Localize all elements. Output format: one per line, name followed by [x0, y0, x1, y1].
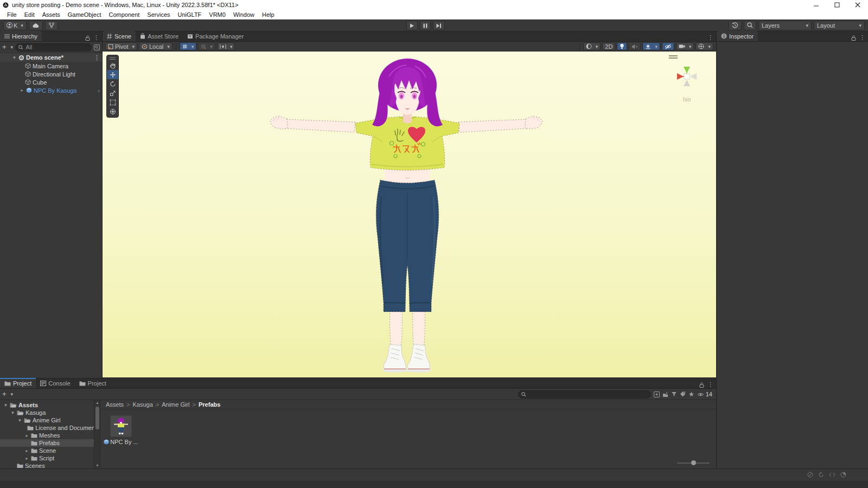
grid-snap-toggle[interactable]: ▾ [180, 42, 197, 50]
scroll-down-icon[interactable]: ▼ [95, 464, 99, 467]
expander-closed-icon[interactable]: ▸ [24, 456, 29, 461]
effects-dropdown[interactable]: ▾ [642, 42, 660, 50]
favorites-star-icon[interactable] [688, 391, 694, 397]
project-folder-anime-girl[interactable]: ▼Anime Girl [0, 416, 100, 424]
lock-icon[interactable] [85, 35, 90, 41]
play-button[interactable] [406, 21, 418, 30]
project-folder-kasuga[interactable]: ▼Kasuga [0, 409, 100, 416]
scrollbar-thumb[interactable] [95, 407, 99, 429]
project-search-field[interactable] [518, 390, 651, 399]
maximize-button[interactable] [827, 0, 847, 10]
version-control-button[interactable] [45, 21, 58, 30]
gizmos-dropdown[interactable]: ▾ [695, 42, 713, 50]
hierarchy-item-main-camera[interactable]: Main Camera [0, 62, 102, 70]
search-by-label-icon[interactable] [680, 391, 686, 397]
rotate-tool-button[interactable] [107, 79, 118, 88]
project-search-input[interactable] [528, 391, 648, 397]
camera-settings-dropdown[interactable]: ▾ [676, 42, 694, 50]
prefab-open-chevron-icon[interactable]: › [98, 87, 100, 94]
search-by-type-icon[interactable] [671, 391, 677, 397]
projection-label[interactable]: Iso [669, 96, 704, 102]
npc-character-model[interactable] [265, 56, 547, 377]
tab-scene-asset-store-1[interactable]: Asset Store [136, 31, 183, 41]
lighting-toggle[interactable] [617, 42, 627, 50]
kebab-menu-icon[interactable]: ⋮ [707, 381, 713, 388]
menu-unigltf[interactable]: UniGLTF [174, 10, 206, 19]
hidden-count-indicator[interactable]: 14 [697, 391, 712, 397]
tool-handle-rotation-dropdown[interactable]: Local ▾ [139, 42, 173, 50]
menu-assets[interactable]: Assets [39, 10, 64, 19]
breadcrumb-anime-girl[interactable]: Anime Girl [162, 401, 189, 408]
pause-button[interactable] [420, 21, 431, 30]
breadcrumb-kasuga[interactable]: Kasuga [132, 401, 152, 408]
breadcrumb-assets[interactable]: Assets [106, 401, 124, 408]
kebab-menu-icon[interactable]: ⋮ [859, 34, 865, 41]
expander-closed-icon[interactable]: ▸ [24, 448, 29, 453]
hierarchy-item-npc-by-kasuga[interactable]: ▸NPC By Kasuga› [0, 86, 102, 94]
hierarchy-search-input[interactable] [25, 44, 88, 50]
project-folder-script[interactable]: ▸Script [0, 454, 100, 462]
move-tool-button[interactable] [107, 70, 118, 79]
kebab-menu-icon[interactable]: ⋮ [93, 34, 99, 41]
scene-orientation-gizmo[interactable]: Iso [669, 59, 704, 104]
tab-project-project-2[interactable]: Project [75, 378, 111, 388]
hierarchy-search-field[interactable] [15, 43, 92, 52]
tree-scrollbar[interactable]: ▲ ▼ [94, 400, 100, 468]
chevron-down-icon[interactable]: ▾ [11, 391, 14, 397]
project-folder-meshes[interactable]: ▸Meshes [0, 432, 100, 439]
kebab-menu-icon[interactable]: ⋮ [94, 54, 100, 61]
rect-tool-button[interactable] [107, 98, 118, 107]
menu-edit[interactable]: Edit [21, 10, 39, 19]
create-asset-button[interactable]: + [2, 391, 7, 397]
menu-file[interactable]: File [3, 10, 21, 19]
tab-hierarchy[interactable]: Hierarchy [0, 31, 42, 41]
project-folder-scene[interactable]: ▸Scene [0, 447, 100, 454]
search-button[interactable] [744, 21, 756, 30]
scroll-up-icon[interactable]: ▲ [95, 401, 99, 404]
step-button[interactable] [433, 21, 445, 30]
expander-closed-icon[interactable]: ▸ [20, 88, 24, 93]
lock-icon[interactable] [699, 382, 704, 388]
project-folder-prefabs[interactable]: Prefabs [0, 439, 100, 447]
status-progress-icon[interactable] [840, 472, 846, 478]
status-code-icon[interactable] [829, 472, 835, 478]
chevron-down-icon[interactable]: ▾ [11, 44, 14, 50]
tab-scene-package-manager-2[interactable]: Package Manager [183, 31, 248, 41]
add-gameobject-button[interactable]: + [2, 44, 7, 50]
tab-project-project-0[interactable]: Project [0, 378, 36, 388]
lock-icon[interactable] [851, 35, 856, 41]
menu-window[interactable]: Window [229, 10, 258, 19]
scene-viewport[interactable]: Iso [103, 52, 716, 377]
kebab-menu-icon[interactable]: ⋮ [707, 34, 713, 41]
minimize-button[interactable] [806, 0, 827, 10]
overlay-drag-handle[interactable] [107, 56, 118, 61]
undo-history-button[interactable] [729, 21, 742, 30]
hierarchy-scene-row[interactable]: ▼ Demo scene* ⋮ [0, 53, 102, 62]
menu-services[interactable]: Services [143, 10, 174, 19]
thumbnail-size-slider[interactable] [677, 460, 710, 466]
menu-help[interactable]: Help [258, 10, 278, 19]
layers-dropdown[interactable]: Layers ▾ [758, 21, 812, 30]
status-cache-icon[interactable] [807, 472, 813, 478]
snap-settings-dropdown[interactable]: ▾ [217, 42, 235, 50]
cloud-button[interactable] [29, 21, 43, 30]
view-tool-button[interactable] [107, 61, 118, 70]
2d-toggle[interactable]: 2D [602, 42, 615, 50]
search-by-import-icon[interactable] [662, 391, 668, 397]
tool-handle-position-dropdown[interactable]: Pivot ▾ [105, 42, 137, 50]
scale-tool-button[interactable] [107, 88, 118, 98]
account-button[interactable]: K ▾ [3, 21, 27, 30]
project-folder-assets[interactable]: ▼Assets [0, 401, 100, 409]
expander-open-icon[interactable]: ▼ [3, 403, 8, 408]
expander-open-icon[interactable]: ▼ [12, 55, 17, 60]
expander-closed-icon[interactable]: ▸ [24, 433, 29, 438]
menu-vrm0[interactable]: VRM0 [205, 10, 229, 19]
menu-component[interactable]: Component [105, 10, 143, 19]
tab-inspector[interactable]: Inspector [717, 31, 758, 41]
asset-item-npc[interactable]: NPC By ... [107, 415, 135, 445]
increment-snap-toggle[interactable]: ▾ [198, 42, 215, 50]
layout-dropdown[interactable]: Layout ▾ [814, 21, 865, 30]
draw-mode-dropdown[interactable]: ▾ [583, 42, 601, 50]
transform-tool-button[interactable] [107, 107, 118, 116]
hierarchy-item-directional-light[interactable]: Directional Light [0, 70, 102, 78]
